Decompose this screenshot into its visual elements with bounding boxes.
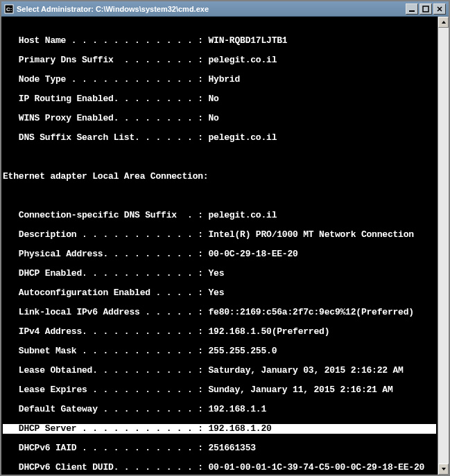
output-line: Description . . . . . . . . . . . : Inte… — [3, 230, 436, 240]
output-line: IP Routing Enabled. . . . . . . . : No — [3, 94, 436, 104]
output-line: Primary Dns Suffix . . . . . . . : peleg… — [3, 55, 436, 65]
scroll-down-button[interactable] — [438, 464, 449, 475]
output-line: DNS Suffix Search List. . . . . . : pele… — [3, 133, 436, 143]
window-title: Select Administrator: C:\Windows\system3… — [17, 5, 406, 13]
output-line: Ethernet adapter Local Area Connection: — [3, 172, 436, 182]
output-line: IPv4 Address. . . . . . . . . . . : 192.… — [3, 327, 436, 337]
output-line: WINS Proxy Enabled. . . . . . . . : No — [3, 114, 436, 123]
svg-text:C:: C: — [6, 6, 12, 12]
svg-rect-2 — [409, 10, 415, 12]
output-line: DHCPv6 IAID . . . . . . . . . . . : 2516… — [3, 443, 436, 453]
output-line: Lease Obtained. . . . . . . . . . : Satu… — [3, 366, 436, 376]
minimize-button[interactable] — [406, 3, 418, 15]
output-line: Node Type . . . . . . . . . . . . : Hybr… — [3, 75, 436, 85]
titlebar[interactable]: C: Select Administrator: C:\Windows\syst… — [1, 1, 449, 17]
vertical-scrollbar[interactable] — [438, 17, 449, 475]
output-line: Host Name . . . . . . . . . . . . : WIN-… — [3, 36, 436, 46]
output-line: Connection-specific DNS Suffix . : peleg… — [3, 211, 436, 220]
svg-rect-3 — [423, 6, 429, 12]
output-line: Subnet Mask . . . . . . . . . . . : 255.… — [3, 346, 436, 356]
output-line: Lease Expires . . . . . . . . . . : Sund… — [3, 385, 436, 395]
cmd-icon: C: — [4, 4, 14, 14]
maximize-button[interactable] — [419, 3, 432, 15]
output-line: Default Gateway . . . . . . . . . : 192.… — [3, 405, 436, 414]
output-line: Physical Address. . . . . . . . . : 00-0… — [3, 249, 436, 259]
output-line — [3, 17, 436, 26]
output-line: Autoconfiguration Enabled . . . . : Yes — [3, 288, 436, 298]
close-button[interactable] — [433, 3, 446, 15]
console-area: Host Name . . . . . . . . . . . . : WIN-… — [1, 17, 449, 475]
output-line — [3, 191, 436, 201]
window-controls — [406, 3, 446, 15]
scroll-up-button[interactable] — [438, 17, 449, 28]
highlighted-line: DHCP Server . . . . . . . . . . . : 192.… — [3, 424, 436, 434]
console-output[interactable]: Host Name . . . . . . . . . . . . : WIN-… — [1, 17, 438, 475]
cmd-window: C: Select Administrator: C:\Windows\syst… — [0, 0, 450, 476]
output-line — [3, 152, 436, 162]
output-line: DHCP Enabled. . . . . . . . . . . : Yes — [3, 269, 436, 279]
scroll-track[interactable] — [438, 28, 449, 464]
output-line: DHCPv6 Client DUID. . . . . . . . : 00-0… — [3, 463, 436, 473]
output-line: Link-local IPv6 Address . . . . . : fe80… — [3, 308, 436, 317]
